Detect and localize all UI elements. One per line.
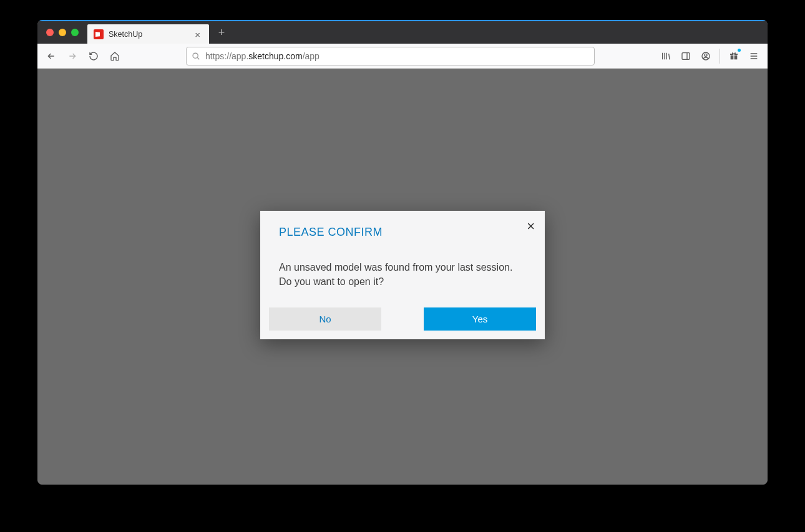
arrow-right-icon: [67, 51, 77, 61]
search-icon: [192, 52, 200, 60]
dialog-message-line2: Do you want to open it?: [279, 276, 384, 287]
confirm-dialog: × PLEASE CONFIRM An unsaved model was fo…: [260, 211, 545, 339]
svg-rect-4: [731, 55, 734, 59]
tab-close-button[interactable]: ×: [192, 30, 203, 39]
new-tab-button[interactable]: +: [213, 24, 230, 41]
window-close-button[interactable]: [46, 29, 54, 36]
forward-button[interactable]: [64, 47, 81, 65]
url-path: /app: [303, 51, 320, 61]
window-maximize-button[interactable]: [71, 29, 79, 36]
url-text: https://app.sketchup.com/app: [205, 51, 320, 61]
url-prefix: https://app.: [205, 51, 248, 61]
gift-icon: [729, 51, 739, 61]
notification-dot: [738, 49, 741, 52]
home-button[interactable]: [106, 47, 124, 65]
browser-window: SketchUp × + https://app.sketchup.com/ap…: [37, 20, 768, 485]
dialog-message-line1: An unsaved model was found from your las…: [279, 262, 512, 273]
content-area: × PLEASE CONFIRM An unsaved model was fo…: [37, 69, 768, 485]
svg-rect-5: [734, 55, 738, 59]
sidebar-icon: [681, 51, 691, 61]
url-domain: sketchup.com: [248, 51, 302, 61]
library-icon: [661, 51, 671, 61]
svg-rect-6: [730, 54, 733, 55]
hamburger-icon: [749, 51, 759, 61]
close-icon: ×: [527, 218, 535, 234]
menu-button[interactable]: [745, 47, 763, 65]
dialog-actions: No Yes: [260, 307, 545, 339]
svg-point-3: [705, 54, 707, 56]
sketchup-favicon: [94, 29, 104, 39]
reload-icon: [89, 51, 99, 61]
window-minimize-button[interactable]: [59, 29, 66, 36]
browser-tab[interactable]: SketchUp ×: [87, 24, 209, 44]
address-bar[interactable]: https://app.sketchup.com/app: [186, 47, 595, 65]
arrow-left-icon: [46, 51, 56, 61]
dialog-title: PLEASE CONFIRM: [260, 211, 545, 248]
toolbar-divider: [720, 49, 720, 64]
svg-point-0: [193, 53, 198, 58]
dialog-close-button[interactable]: ×: [524, 217, 537, 236]
account-button[interactable]: [697, 47, 715, 65]
tab-bar: SketchUp × +: [37, 20, 768, 44]
reload-button[interactable]: [85, 47, 102, 65]
account-icon: [701, 51, 711, 61]
back-button[interactable]: [42, 47, 60, 65]
toolbar-right: [657, 47, 763, 65]
navigation-bar: https://app.sketchup.com/app: [37, 44, 768, 69]
svg-rect-1: [682, 52, 690, 59]
library-button[interactable]: [657, 47, 675, 65]
svg-rect-7: [734, 54, 738, 55]
no-button[interactable]: No: [269, 307, 381, 331]
home-icon: [110, 51, 120, 61]
window-controls: [37, 29, 87, 36]
yes-button[interactable]: Yes: [424, 307, 536, 331]
whatsnew-button[interactable]: [725, 47, 743, 65]
tab-title: SketchUp: [109, 30, 187, 39]
dialog-message: An unsaved model was found from your las…: [260, 248, 545, 307]
sidebar-button[interactable]: [677, 47, 695, 65]
